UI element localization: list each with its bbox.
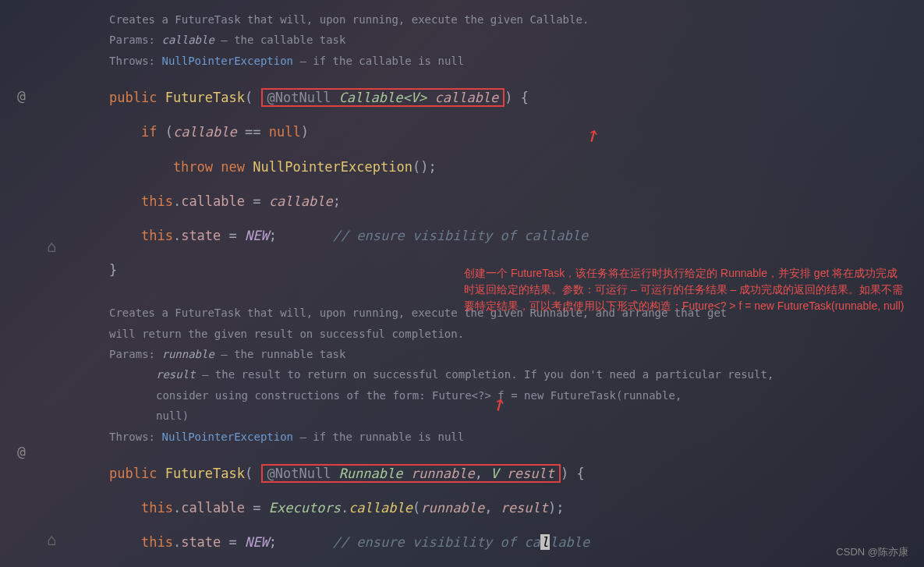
constructor-1[interactable]: public FutureTask( @NotNull Callable<V> … [109, 80, 908, 287]
param-name: callable [161, 34, 214, 46]
throws-label: Throws: [109, 431, 155, 443]
override-gutter-icon[interactable]: @ [17, 443, 26, 459]
doc-text: Creates a FutureTask that will, upon run… [109, 13, 529, 26]
highlighted-param-box: @NotNull Runnable runnable, V result [261, 464, 561, 483]
params-label: Params: [109, 348, 155, 360]
user-annotation-text: 创建一个 FutureTask，该任务将在运行时执行给定的 Runnable，并… [464, 265, 908, 314]
throws-link[interactable]: NullPointerException [161, 431, 293, 443]
throws-link[interactable]: NullPointerException [161, 55, 293, 67]
throws-label: Throws: [109, 55, 155, 67]
javadoc-block: Creates a FutureTask that will, upon run… [109, 9, 908, 71]
constructor-2[interactable]: public FutureTask( @NotNull Runnable run… [109, 456, 908, 567]
doc-code-ref: Callable [529, 13, 582, 26]
home-gutter-icon[interactable]: ⌂ [47, 530, 56, 549]
params-label: Params: [109, 34, 155, 46]
javadoc-block: Creates a FutureTask that will, upon run… [109, 303, 908, 447]
text-cursor: l [540, 534, 550, 550]
editor-gutter: @ ⌂ @ ⌂ [0, 0, 55, 567]
home-gutter-icon[interactable]: ⌂ [47, 237, 56, 256]
highlighted-param-box: @NotNull Callable<V> callable [261, 88, 505, 107]
override-gutter-icon[interactable]: @ [17, 87, 26, 104]
watermark: CSDN @陈亦康 [836, 545, 908, 559]
